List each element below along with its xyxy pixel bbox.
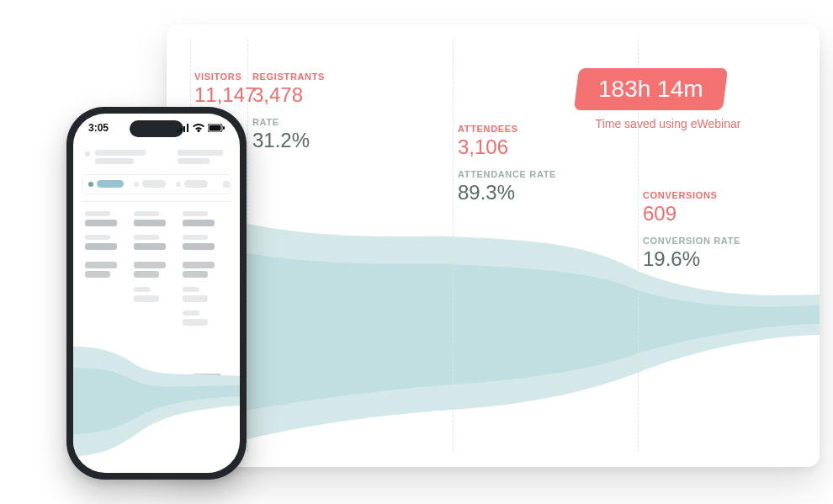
metric-value: 89.3%: [458, 181, 556, 204]
wifi-icon: [193, 124, 204, 132]
skeleton-line: [134, 220, 166, 226]
metric-label: RATE: [252, 117, 310, 127]
metric-value: 609: [643, 202, 718, 225]
metric-conversion-rate: CONVERSION RATE 19.6%: [643, 236, 740, 271]
skeleton-line: [178, 158, 210, 164]
signal-icon: [177, 124, 189, 132]
skeleton-line: [85, 235, 110, 240]
skeleton-line: [85, 262, 117, 268]
time-saved-caption: Time saved using eWebinar: [577, 117, 759, 130]
metric-label: VISITORS: [194, 72, 256, 82]
tab-dot: [88, 182, 93, 187]
svg-rect-1: [210, 125, 221, 131]
analytics-panel: VISITORS 11,147 REGISTRANTS 3,478 RATE 3…: [167, 24, 820, 467]
status-icons: [177, 122, 225, 134]
skeleton-line: [134, 295, 159, 302]
skeleton-line: [183, 295, 208, 302]
metric-label: ATTENDEES: [458, 124, 518, 134]
skeleton-line: [183, 243, 215, 250]
tab-active[interactable]: [97, 180, 124, 188]
skeleton-line: [183, 319, 208, 326]
skeleton-line: [134, 235, 159, 240]
svg-rect-2: [223, 126, 225, 130]
skeleton-line: [85, 220, 117, 226]
skeleton-line: [95, 158, 134, 164]
metric-value: 31.2%: [252, 129, 310, 152]
metric-label: CONVERSION RATE: [643, 236, 740, 246]
skeleton-line: [134, 243, 166, 250]
skeleton-line: [183, 211, 208, 216]
skeleton-line: [85, 211, 110, 216]
time-saved-badge: 183h 14m: [574, 68, 728, 110]
phone-frame: 3:05: [66, 107, 247, 480]
metric-label: REGISTRANTS: [252, 72, 325, 82]
skeleton-line: [85, 271, 110, 278]
metric-registrants: REGISTRANTS 3,478: [252, 72, 325, 107]
skeleton-line: [183, 310, 199, 316]
skeleton-line: [134, 211, 159, 216]
metric-value: 19.6%: [643, 247, 740, 271]
metric-value: 3,106: [458, 135, 518, 159]
metric-conversions: CONVERSIONS 609: [643, 190, 718, 225]
skeleton-line: [134, 262, 166, 268]
skeleton-line: [183, 287, 199, 292]
metric-attendance-rate: ATTENDANCE RATE 89.3%: [458, 169, 556, 204]
status-time: 3:05: [88, 122, 109, 134]
status-bar: 3:05: [73, 122, 240, 134]
skeleton-line: [134, 271, 159, 278]
tab-more[interactable]: [223, 181, 230, 188]
battery-icon: [208, 124, 225, 132]
metric-label: ATTENDANCE RATE: [458, 169, 556, 179]
metric-visitors: VISITORS 11,147: [194, 72, 256, 107]
tab-dot: [134, 182, 139, 187]
tab[interactable]: [142, 180, 166, 188]
tab[interactable]: [184, 180, 208, 188]
phone-funnel-chart: [73, 338, 240, 473]
metric-attendees: ATTENDEES 3,106: [458, 124, 518, 159]
skeleton-line: [134, 287, 151, 292]
skeleton-line: [95, 150, 146, 156]
divider: [82, 201, 231, 202]
time-saved-value: 183h 14m: [598, 76, 703, 103]
skeleton-line: [85, 243, 117, 250]
skeleton-dot: [85, 151, 90, 157]
metric-value: 3,478: [252, 83, 325, 107]
metric-value: 11,147: [194, 83, 256, 107]
skeleton-line: [183, 271, 208, 278]
metric-label: CONVERSIONS: [643, 190, 718, 200]
tab-dot: [176, 182, 181, 187]
skeleton-line: [178, 150, 223, 156]
skeleton-line: [183, 262, 215, 268]
skeleton-line: [183, 235, 208, 240]
skeleton-line: [183, 220, 215, 226]
stage-divider: [453, 40, 454, 452]
phone-screen: 3:05: [73, 114, 240, 473]
metric-rate: RATE 31.2%: [252, 117, 310, 152]
